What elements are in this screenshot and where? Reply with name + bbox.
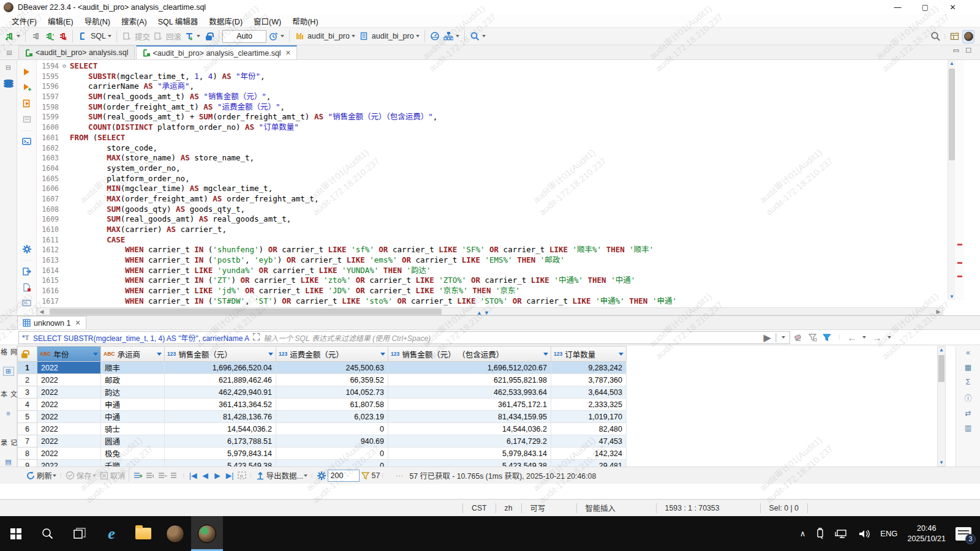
usb-icon[interactable] — [815, 528, 825, 540]
code-line[interactable]: 1597 SUM(real_goods_amt_t) AS "销售金额（元）", — [37, 92, 969, 102]
cell[interactable]: 0 — [276, 423, 388, 435]
table-row[interactable]: 42022申通361,413,364.5261,807.58361,475,17… — [18, 399, 627, 411]
cell[interactable]: 621,955,821.98 — [388, 374, 551, 386]
sql-editor-caret[interactable] — [108, 35, 111, 37]
dbeaver-perspective-icon[interactable] — [962, 30, 974, 43]
cell[interactable]: 6,174,729.2 — [388, 435, 551, 448]
code-line[interactable]: 1614 WHEN carrier_t LIKE 'yunda%' OR car… — [37, 266, 969, 276]
goto-row-icon[interactable]: n — [236, 470, 247, 481]
network-profile-icon[interactable] — [442, 29, 454, 43]
cell[interactable]: 14,544,036.2 — [165, 423, 276, 435]
code-line[interactable]: 1594⊖SELECT — [37, 61, 969, 72]
filter-input[interactable]: T SELECT SUBSTR(mgclear_time_t, 1, 4) AS… — [18, 331, 790, 344]
row-number[interactable]: 3 — [18, 386, 37, 399]
cell[interactable]: 104,052.73 — [276, 386, 388, 399]
cell[interactable]: 2022 — [37, 399, 101, 411]
cell[interactable]: 3,644,503 — [551, 386, 627, 399]
column-header-3[interactable]: 123运费金额（元） — [276, 347, 388, 362]
column-filter-arrow-icon[interactable] — [543, 353, 548, 356]
results-tab-unknown1[interactable]: unknown 1 ✕ — [17, 316, 86, 329]
presentation-record-label[interactable]: 记录 — [0, 439, 18, 455]
sql-editor-label[interactable]: SQL — [91, 32, 106, 40]
sql-editor-icon[interactable] — [77, 29, 89, 43]
execute-statement-icon[interactable] — [21, 65, 33, 78]
cell[interactable]: 1,019,170 — [551, 411, 627, 423]
remove-filter-icon[interactable] — [809, 333, 818, 342]
cell[interactable]: 3,787,360 — [551, 374, 627, 386]
clock[interactable]: 20:46 2025/10/21 — [907, 523, 946, 544]
cell[interactable]: 邮政 — [101, 374, 165, 386]
row-count-value[interactable]: 57 — [372, 471, 380, 480]
menu-item-1[interactable]: 编辑(E) — [42, 15, 79, 27]
cell[interactable]: 361,413,364.52 — [165, 399, 276, 411]
minimize-button[interactable]: — — [884, 0, 911, 15]
cell[interactable]: 中通 — [101, 411, 165, 423]
metadata-panel-icon[interactable]: ⓘ — [964, 392, 971, 403]
disconnect-icon[interactable] — [29, 29, 42, 43]
kill-connection-icon[interactable] — [56, 29, 69, 43]
network-profile-caret[interactable] — [456, 35, 459, 37]
ie-icon[interactable]: e — [96, 516, 127, 551]
cell[interactable]: 圆通 — [101, 435, 165, 448]
reconnect-icon[interactable] — [43, 29, 55, 43]
text-presentation-icon[interactable]: ≡ — [3, 409, 14, 419]
transaction-caret[interactable] — [197, 35, 200, 37]
table-row[interactable]: 22022邮政621,889,462.4666,359.52621,955,82… — [18, 374, 627, 386]
transaction-log-icon[interactable] — [183, 29, 195, 43]
settings-gear-icon[interactable] — [21, 242, 33, 256]
cell[interactable]: 2,333,325 — [551, 399, 627, 411]
next-page-icon[interactable]: ▶ — [212, 470, 223, 481]
table-row[interactable]: 62022骑士14,544,036.2014,544,036.282,480 — [18, 423, 627, 435]
new-connection-icon[interactable] — [3, 29, 15, 43]
filter-history-caret[interactable] — [782, 336, 785, 339]
close-button[interactable]: ✕ — [939, 0, 967, 15]
export-caret[interactable] — [304, 474, 307, 477]
column-filter-arrow-icon[interactable] — [157, 353, 162, 356]
lock-icon[interactable] — [203, 29, 215, 43]
code-line[interactable]: 1604 system_order_no, — [37, 163, 969, 174]
tray-expand-icon[interactable]: ∧ — [800, 529, 806, 538]
tab-analysis-cleartime-sql[interactable]: <audit_bi_pro> analysis_cleartime.sql ✕ — [136, 45, 297, 59]
connection-caret[interactable] — [352, 35, 355, 37]
schema-combo[interactable]: audit_bi_pro — [372, 32, 414, 40]
grouping-panel-icon[interactable]: ▥ — [965, 424, 971, 432]
table-row[interactable]: 82022极兔5,979,843.1405,979,843.14142,324 — [18, 448, 627, 460]
cell[interactable]: 361,475,172.1 — [388, 399, 551, 411]
code-line[interactable]: 1595 SUBSTR(mgclear_time_t, 1, 4) AS "年份… — [37, 72, 969, 82]
export-data-label[interactable]: 导出数据... — [266, 470, 303, 481]
cell[interactable]: 1,696,266,520.04 — [165, 362, 276, 374]
results-tab-close-icon[interactable]: ✕ — [75, 319, 80, 327]
row-number[interactable]: 8 — [18, 448, 37, 460]
view-menu-icon[interactable]: ▤ — [0, 45, 18, 59]
presentation-grid-label[interactable]: 网格 — [0, 348, 18, 364]
grid-presentation-icon[interactable]: ⊞ — [3, 367, 14, 377]
erase-filter-icon[interactable] — [794, 333, 804, 342]
panel-copy-row-icon[interactable] — [145, 470, 156, 481]
table-row[interactable]: 52022中通81,428,136.766,023.1981,434,159.9… — [18, 411, 627, 423]
cell[interactable]: 142,324 — [551, 448, 627, 460]
apply-filter-icon[interactable]: ▶ — [764, 332, 771, 343]
dashboard-icon[interactable] — [429, 29, 441, 43]
code-line[interactable]: 1602 store_code, — [37, 143, 969, 154]
cell[interactable]: 极兔 — [101, 448, 165, 460]
column-filter-arrow-icon[interactable] — [268, 353, 273, 356]
network-icon[interactable] — [835, 528, 848, 539]
tab-analysis-sql[interactable]: <audit_bi_pro> analysis.sql — [18, 45, 135, 59]
cell[interactable]: 6,023.19 — [276, 411, 388, 423]
quick-search-caret[interactable] — [482, 35, 486, 37]
fetch-size-input[interactable] — [328, 470, 360, 482]
cell[interactable]: 14,544,036.2 — [388, 423, 551, 435]
refresh-icon[interactable] — [25, 470, 36, 481]
execute-new-tab-icon[interactable] — [21, 81, 33, 94]
cell[interactable]: 2022 — [37, 362, 101, 374]
refresh-label[interactable]: 刷新 — [37, 470, 52, 481]
last-page-icon[interactable]: ▶| — [224, 470, 235, 481]
minimize-view-icon[interactable]: ▭ — [953, 47, 959, 54]
tx-history-caret[interactable] — [281, 35, 284, 37]
cell[interactable]: 940.69 — [276, 435, 388, 448]
calc-panel-icon[interactable]: Σ — [966, 378, 970, 386]
task-view-button[interactable] — [64, 516, 96, 551]
cell[interactable]: 顺丰 — [101, 362, 165, 374]
cell[interactable]: 5,979,843.14 — [165, 448, 276, 460]
cell[interactable]: 2022 — [37, 423, 101, 435]
